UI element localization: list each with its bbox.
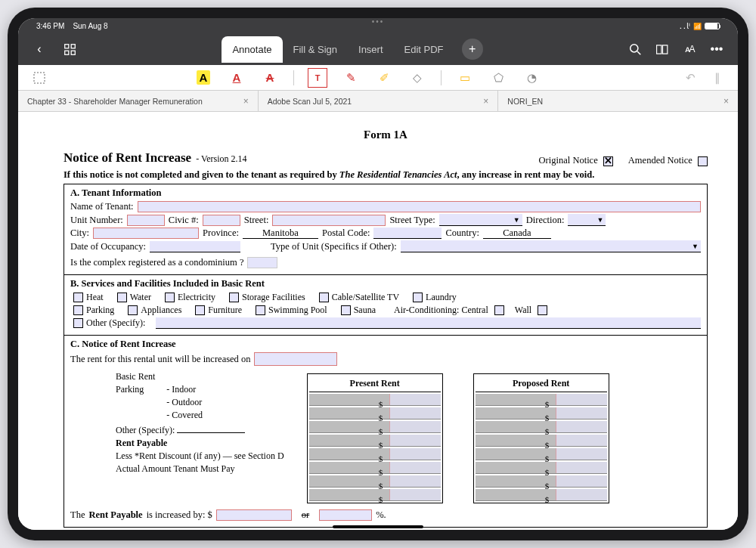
table-cell[interactable]: $ <box>309 462 441 474</box>
other-label: Other (Specify): <box>86 317 145 329</box>
underline-text-tool[interactable]: A <box>227 68 246 88</box>
direction-dropdown[interactable] <box>568 214 606 226</box>
selection-tool[interactable] <box>29 68 49 88</box>
ac-wall-label: Wall <box>515 305 531 316</box>
sauna-checkbox[interactable] <box>341 305 351 315</box>
table-cell[interactable]: $ <box>309 489 441 501</box>
table-cell[interactable]: $ <box>309 448 441 460</box>
close-tab-button[interactable]: × <box>477 96 488 107</box>
close-tab-button[interactable]: × <box>717 96 729 107</box>
table-cell[interactable]: $ <box>476 475 607 488</box>
increase-dollar-field[interactable] <box>216 509 292 521</box>
undo-button[interactable]: ↶ <box>680 68 700 88</box>
ac-label: Air-Conditioning: Central <box>394 305 488 316</box>
reader-view-button[interactable] <box>649 36 676 63</box>
water-checkbox[interactable] <box>117 293 127 302</box>
text-box-tool[interactable]: T <box>308 68 327 88</box>
street-type-label: Street Type: <box>389 215 435 226</box>
pool-checkbox[interactable] <box>256 305 265 315</box>
actual-amount-label: Actual Amount Tenant Must Pay <box>116 463 284 475</box>
svg-line-5 <box>637 51 640 54</box>
postal-field[interactable] <box>373 228 442 239</box>
document-tab[interactable]: Adobe Scan Jul 5, 2021 × <box>259 91 499 111</box>
document-tab[interactable]: Chapter 33 - Shareholder Manager Remuner… <box>18 91 259 111</box>
tenant-name-field[interactable] <box>138 201 701 212</box>
table-cell[interactable]: $ <box>476 448 607 460</box>
stamp-tool[interactable]: ◔ <box>522 68 541 88</box>
document-tab-label: NORI_EN <box>507 97 543 106</box>
parking-checkbox[interactable] <box>73 305 83 315</box>
shape-tool[interactable]: ⬠ <box>488 68 508 88</box>
tab-insert[interactable]: Insert <box>348 36 394 63</box>
direction-label: Direction: <box>526 215 565 226</box>
unit-type-label: Type of Unit (Specifics if Other): <box>271 241 397 252</box>
table-cell[interactable]: $ <box>309 407 441 420</box>
condo-field[interactable] <box>247 257 277 268</box>
table-cell[interactable]: $ <box>476 435 607 447</box>
text-settings-button[interactable]: ᴀA <box>676 36 703 63</box>
province-label: Province: <box>203 228 239 239</box>
street-field[interactable] <box>272 215 386 226</box>
proposed-rent-header: Proposed Rent <box>476 376 607 392</box>
heat-checkbox[interactable] <box>73 293 83 302</box>
grid-view-button[interactable] <box>56 36 83 63</box>
status-time: 3:46 PM <box>36 22 64 30</box>
city-field[interactable] <box>93 228 199 239</box>
electricity-checkbox[interactable] <box>165 293 175 302</box>
table-cell[interactable]: $ <box>309 435 441 447</box>
increase-percent-field[interactable] <box>319 509 372 521</box>
table-cell[interactable]: $ <box>309 421 441 433</box>
appliances-checkbox[interactable] <box>128 305 138 315</box>
tab-annotate[interactable]: Annotate <box>222 36 282 63</box>
close-tab-button[interactable]: × <box>237 96 249 107</box>
section-services: B. Services and Facilities Included in B… <box>64 275 707 336</box>
other-spec-field[interactable] <box>177 422 245 433</box>
app-toolbar: ‹ Annotate Fill & Sign Insert Edit PDF + <box>18 33 738 65</box>
tab-edit-pdf[interactable]: Edit PDF <box>394 36 454 63</box>
storage-checkbox[interactable] <box>229 293 239 302</box>
street-type-dropdown[interactable] <box>439 214 522 226</box>
other-checkbox[interactable] <box>73 318 83 328</box>
home-indicator[interactable] <box>333 525 423 528</box>
other-specify-field[interactable] <box>156 317 701 329</box>
ac-central-checkbox[interactable] <box>494 305 504 315</box>
table-cell[interactable]: $ <box>476 489 607 501</box>
document-viewport[interactable]: Form 1A Notice of Rent Increase - Versio… <box>18 112 738 530</box>
sticky-note-tool[interactable]: ▭ <box>455 68 475 88</box>
unit-number-field[interactable] <box>127 215 165 226</box>
table-cell[interactable]: $ <box>476 462 607 474</box>
rent-payable-label: Rent Payable <box>116 438 167 448</box>
eraser-tool[interactable]: ◇ <box>407 68 427 88</box>
multitask-dots[interactable]: ••• <box>372 18 385 26</box>
table-cell[interactable]: $ <box>309 475 441 488</box>
laundry-checkbox[interactable] <box>413 293 423 302</box>
table-cell[interactable]: $ <box>309 394 441 406</box>
status-date: Sun Aug 8 <box>73 22 107 30</box>
notice-version: - Version 2.14 <box>196 153 246 165</box>
table-cell[interactable]: $ <box>476 407 607 420</box>
cable-checkbox[interactable] <box>319 293 329 302</box>
civic-field[interactable] <box>203 215 240 226</box>
occupancy-field[interactable] <box>150 241 240 252</box>
highlight-text-tool[interactable]: A <box>194 68 213 88</box>
pen-tool[interactable]: ✎ <box>341 68 361 88</box>
document-tab-strip: Chapter 33 - Shareholder Manager Remuner… <box>18 91 738 112</box>
ac-wall-checkbox[interactable] <box>538 305 547 315</box>
back-button[interactable]: ‹ <box>26 36 53 63</box>
search-button[interactable] <box>621 36 649 63</box>
strikethrough-text-tool[interactable]: A <box>260 68 280 88</box>
original-notice-checkbox[interactable] <box>603 156 613 166</box>
document-tab[interactable]: NORI_EN × <box>498 91 738 111</box>
amended-notice-checkbox[interactable] <box>698 156 708 166</box>
electricity-label: Electricity <box>178 292 215 303</box>
marker-tool[interactable]: ✐ <box>374 68 394 88</box>
furniture-checkbox[interactable] <box>195 305 205 315</box>
redo-button[interactable]: ∥ <box>708 68 727 88</box>
table-cell[interactable]: $ <box>476 421 607 433</box>
add-tab-button[interactable]: + <box>462 39 483 60</box>
tab-fill-sign[interactable]: Fill & Sign <box>283 36 349 63</box>
table-cell[interactable]: $ <box>476 394 607 406</box>
more-button[interactable]: ••• <box>703 36 730 63</box>
increase-date-field[interactable] <box>254 352 337 366</box>
unit-type-dropdown[interactable] <box>401 240 701 252</box>
